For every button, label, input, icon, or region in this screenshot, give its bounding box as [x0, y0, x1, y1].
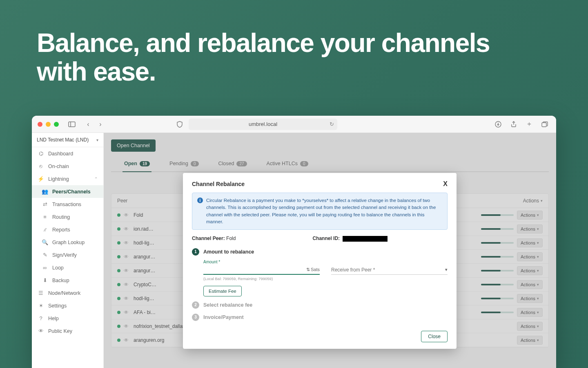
nav-reports[interactable]: ⫽ Reports: [32, 223, 103, 236]
info-icon: i: [197, 197, 203, 203]
eye-icon[interactable]: 👁: [124, 282, 130, 287]
address-bar[interactable]: umbrel.local ↻: [189, 119, 337, 130]
amount-label: Amount *: [203, 260, 320, 264]
tab-pending[interactable]: Pending 0: [168, 157, 200, 171]
browser-toolbar: ‹ › umbrel.local ↻ ＋: [32, 116, 556, 133]
row-actions-button[interactable]: Actions ▾: [517, 322, 543, 331]
nav-item-label: Lightning: [48, 176, 69, 182]
nav-backup[interactable]: ⬇ Backup: [32, 274, 103, 287]
open-channel-button[interactable]: Open Channel: [111, 139, 156, 152]
status-dot-icon: [117, 325, 120, 328]
nav-dashboard[interactable]: ⌬ Dashboard: [32, 147, 103, 160]
stepper-icon[interactable]: ⇅: [306, 267, 310, 272]
nav-transactions[interactable]: ⇄ Transactions: [32, 198, 103, 211]
window-minimize-icon[interactable]: [46, 122, 51, 127]
eye-icon[interactable]: 👁: [124, 268, 130, 274]
downloads-icon[interactable]: [492, 119, 504, 130]
nav-settings[interactable]: ✶ Settings: [32, 299, 103, 312]
tab-active-htlcs[interactable]: Active HTLCs 0: [265, 157, 310, 171]
eye-icon[interactable]: 👁: [124, 310, 130, 315]
eye-icon[interactable]: 👁: [124, 240, 130, 246]
modal-close-button[interactable]: X: [443, 180, 448, 188]
tabs-overview-icon[interactable]: [539, 119, 550, 130]
help-icon: ?: [38, 315, 44, 321]
nav-item-label: Routing: [52, 214, 70, 220]
nav-routing[interactable]: ≡ Routing: [32, 211, 103, 223]
status-dot-icon: [117, 255, 120, 258]
tab-label: Pending: [169, 161, 188, 166]
receive-peer-select[interactable]: [331, 265, 448, 275]
eye-icon[interactable]: 👁: [124, 337, 130, 343]
status-dot-icon: [117, 269, 120, 272]
row-actions-button[interactable]: Actions ▾: [517, 336, 543, 345]
gear-icon: ✶: [38, 303, 44, 309]
window-zoom-icon[interactable]: [54, 122, 59, 127]
sats-suffix: ⇅ Sats: [306, 267, 320, 272]
row-actions-button[interactable]: Actions ▾: [517, 294, 543, 303]
nav-lightning[interactable]: ⚡ Lightning ⌃: [32, 173, 103, 185]
nav-sign-verify[interactable]: ✎ Sign/Verify: [32, 249, 103, 261]
share-icon[interactable]: [508, 119, 519, 130]
row-actions-button[interactable]: Actions ▾: [517, 252, 543, 261]
tab-badge: 19: [140, 161, 150, 166]
eye-icon[interactable]: 👁: [124, 323, 130, 329]
tab-open[interactable]: Open 19: [122, 157, 151, 171]
refresh-icon[interactable]: ↻: [330, 121, 334, 127]
modal-title: Channel Rebalance: [192, 181, 245, 187]
sidebar-toggle-icon[interactable]: [66, 119, 78, 130]
eye-icon[interactable]: 👁: [124, 212, 130, 218]
row-actions-button[interactable]: Actions ▾: [517, 211, 543, 220]
nav-node-network[interactable]: ☰ Node/Network: [32, 287, 103, 299]
nav-item-label: Graph Lookup: [52, 240, 85, 245]
row-actions-button[interactable]: Actions ▾: [517, 238, 543, 247]
nav-item-label: Public Key: [48, 328, 72, 334]
balance-bar: [481, 284, 514, 285]
channel-peer-value: Fold: [226, 236, 236, 241]
node-selector[interactable]: LND Testnet Mac (LND) ▾: [32, 133, 103, 147]
nav-back-icon[interactable]: ‹: [82, 119, 94, 130]
nav-item-label: Reports: [52, 227, 70, 233]
row-actions-button[interactable]: Actions ▾: [517, 280, 543, 289]
tab-closed[interactable]: Closed 27: [217, 157, 249, 171]
balance-bar: [481, 298, 514, 299]
gauge-icon: ⌬: [38, 150, 44, 157]
header-actions[interactable]: Actions ▾: [523, 198, 543, 204]
row-actions-button[interactable]: Actions ▾: [517, 266, 543, 275]
channel-meta: Channel Peer: Fold Channel ID:: [192, 236, 448, 242]
status-dot-icon: [117, 339, 120, 342]
eye-icon: 👁: [38, 328, 44, 334]
modal-close-bottom-button[interactable]: Close: [421, 331, 448, 342]
new-tab-icon[interactable]: ＋: [523, 119, 535, 130]
row-actions-button[interactable]: Actions ▾: [517, 224, 543, 233]
pen-icon: ✎: [42, 252, 48, 258]
tab-badge: 27: [236, 161, 247, 166]
nav-loop[interactable]: ∞ Loop: [32, 261, 103, 274]
amount-helper-text: (Local Bal: 799059, Remaining: 799059): [203, 276, 448, 281]
nav-item-label: Node/Network: [48, 290, 80, 296]
eye-icon[interactable]: 👁: [124, 296, 130, 301]
eye-icon[interactable]: 👁: [124, 226, 130, 232]
chevron-down-icon: ▾: [96, 138, 98, 142]
nav-help[interactable]: ? Help: [32, 312, 103, 325]
channel-peer-label: Channel Peer:: [192, 236, 225, 241]
row-actions-button[interactable]: Actions ▾: [517, 308, 543, 317]
nav-onchain[interactable]: ⎋ On-chain: [32, 160, 103, 173]
tab-label: Active HTLCs: [267, 161, 298, 166]
estimate-fee-button[interactable]: Estimate Fee: [203, 286, 242, 296]
window-close-icon[interactable]: [38, 122, 42, 127]
shield-icon[interactable]: [174, 119, 185, 130]
step-1: 1 Amount to rebalance: [192, 248, 448, 256]
sidebar: LND Testnet Mac (LND) ▾ ⌬ Dashboard ⎋ On…: [32, 133, 104, 368]
nav-graph-lookup[interactable]: 🔍 Graph Lookup: [32, 236, 103, 249]
nav-peers-channels[interactable]: 👥 Peers/Channels: [32, 185, 103, 198]
bolt-icon: ⚡: [38, 176, 44, 182]
info-banner: i Circular Rebalance is a payment you ma…: [192, 193, 448, 230]
channel-id-label: Channel ID:: [312, 236, 340, 241]
nav-forward-icon[interactable]: ›: [95, 119, 106, 130]
app-shell: LND Testnet Mac (LND) ▾ ⌬ Dashboard ⎋ On…: [32, 133, 556, 368]
amount-input[interactable]: [203, 265, 320, 275]
eye-icon[interactable]: 👁: [124, 254, 130, 260]
status-dot-icon: [117, 311, 120, 314]
chevron-down-icon[interactable]: ▾: [445, 267, 448, 272]
nav-public-key[interactable]: 👁 Public Key: [32, 325, 103, 337]
